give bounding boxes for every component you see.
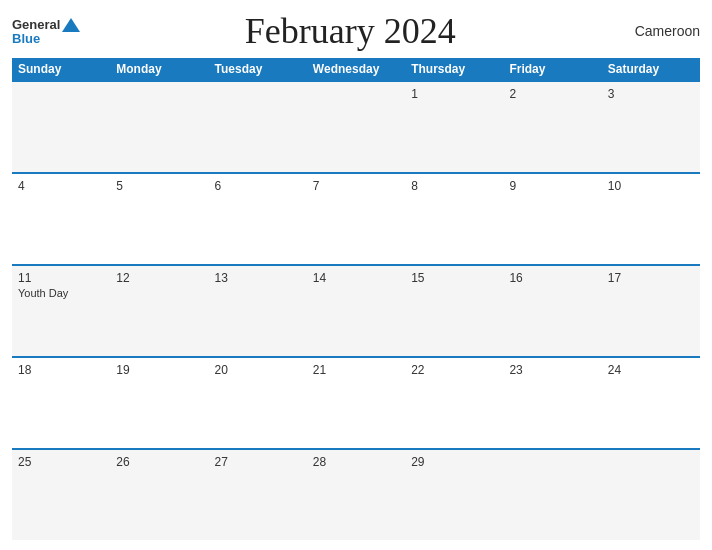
calendar-header: General Blue February 2024 Cameroon	[12, 10, 700, 52]
day-number: 28	[313, 455, 399, 469]
day-cell	[209, 82, 307, 172]
day-number: 5	[116, 179, 202, 193]
day-cell: 15	[405, 266, 503, 356]
calendar-grid: 1234567891011Youth Day121314151617181920…	[12, 80, 700, 540]
day-cell	[12, 82, 110, 172]
day-number: 12	[116, 271, 202, 285]
day-cell	[602, 450, 700, 540]
day-number: 11	[18, 271, 104, 285]
week-row-3: 11Youth Day121314151617	[12, 264, 700, 356]
day-number: 7	[313, 179, 399, 193]
day-number: 18	[18, 363, 104, 377]
day-cell: 18	[12, 358, 110, 448]
day-cell: 27	[209, 450, 307, 540]
week-row-1: 123	[12, 80, 700, 172]
day-cell: 23	[503, 358, 601, 448]
day-thursday: Thursday	[405, 58, 503, 80]
day-number: 3	[608, 87, 694, 101]
day-number: 10	[608, 179, 694, 193]
day-cell: 1	[405, 82, 503, 172]
week-row-2: 45678910	[12, 172, 700, 264]
day-cell: 14	[307, 266, 405, 356]
day-number: 4	[18, 179, 104, 193]
day-number: 6	[215, 179, 301, 193]
day-cell: 16	[503, 266, 601, 356]
day-number: 19	[116, 363, 202, 377]
day-cell: 6	[209, 174, 307, 264]
day-number: 25	[18, 455, 104, 469]
day-cell: 21	[307, 358, 405, 448]
day-cell	[110, 82, 208, 172]
country-label: Cameroon	[620, 23, 700, 39]
day-number: 20	[215, 363, 301, 377]
day-cell: 7	[307, 174, 405, 264]
day-cell	[307, 82, 405, 172]
logo: General Blue	[12, 18, 80, 45]
day-event: Youth Day	[18, 287, 104, 299]
day-cell: 25	[12, 450, 110, 540]
day-number: 13	[215, 271, 301, 285]
day-cell: 4	[12, 174, 110, 264]
week-row-5: 2526272829	[12, 448, 700, 540]
day-number: 15	[411, 271, 497, 285]
day-number: 16	[509, 271, 595, 285]
day-monday: Monday	[110, 58, 208, 80]
day-number: 29	[411, 455, 497, 469]
day-cell: 9	[503, 174, 601, 264]
day-cell: 28	[307, 450, 405, 540]
svg-marker-0	[62, 18, 80, 32]
day-number: 2	[509, 87, 595, 101]
day-cell: 8	[405, 174, 503, 264]
logo-icon	[62, 18, 80, 32]
day-saturday: Saturday	[602, 58, 700, 80]
day-cell: 29	[405, 450, 503, 540]
logo-blue: Blue	[12, 32, 40, 45]
day-number: 14	[313, 271, 399, 285]
day-cell: 10	[602, 174, 700, 264]
day-number: 27	[215, 455, 301, 469]
day-cell: 24	[602, 358, 700, 448]
calendar-container: General Blue February 2024 Cameroon Sund…	[0, 0, 712, 550]
day-number: 1	[411, 87, 497, 101]
day-number: 8	[411, 179, 497, 193]
day-cell: 5	[110, 174, 208, 264]
day-cell: 13	[209, 266, 307, 356]
day-number: 22	[411, 363, 497, 377]
day-cell: 22	[405, 358, 503, 448]
calendar-title: February 2024	[80, 10, 620, 52]
day-number: 23	[509, 363, 595, 377]
day-number: 26	[116, 455, 202, 469]
day-friday: Friday	[503, 58, 601, 80]
day-cell: 17	[602, 266, 700, 356]
day-cell: 26	[110, 450, 208, 540]
day-cell: 11Youth Day	[12, 266, 110, 356]
day-cell: 20	[209, 358, 307, 448]
day-number: 21	[313, 363, 399, 377]
logo-general: General	[12, 18, 60, 31]
day-number: 17	[608, 271, 694, 285]
day-cell: 19	[110, 358, 208, 448]
day-cell: 2	[503, 82, 601, 172]
day-tuesday: Tuesday	[209, 58, 307, 80]
days-header: Sunday Monday Tuesday Wednesday Thursday…	[12, 58, 700, 80]
day-sunday: Sunday	[12, 58, 110, 80]
day-cell	[503, 450, 601, 540]
day-number: 24	[608, 363, 694, 377]
day-wednesday: Wednesday	[307, 58, 405, 80]
day-cell: 12	[110, 266, 208, 356]
day-number: 9	[509, 179, 595, 193]
week-row-4: 18192021222324	[12, 356, 700, 448]
day-cell: 3	[602, 82, 700, 172]
